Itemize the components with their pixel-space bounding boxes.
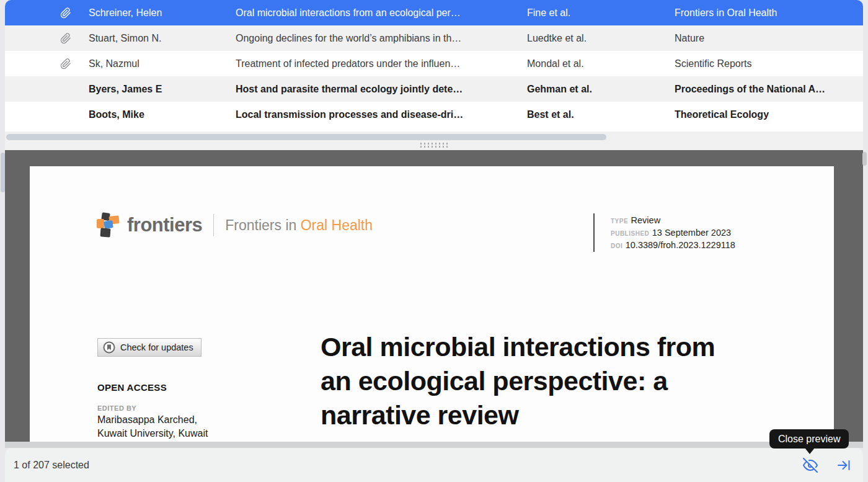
meta-doi: DOI 10.3389/froh.2023.1229118 (611, 239, 735, 252)
journal-cell: Nature (675, 33, 863, 44)
title-cell: Oral microbial interactions from an ecol… (236, 7, 527, 19)
author-cell: Schreiner, Helen (89, 7, 236, 19)
frontiers-logo: frontiers Frontiers in Oral Health (96, 212, 373, 238)
paperclip-icon (60, 33, 71, 44)
close-preview-tooltip: Close preview (769, 429, 849, 449)
author-cell: Stuart, Simon N. (89, 33, 236, 44)
close-preview-button[interactable] (802, 457, 818, 473)
journal-cell: Scientific Reports (675, 58, 863, 69)
meta-published: PUBLISHED 13 September 2023 (611, 227, 735, 239)
title-cell: Ongoing declines for the world’s amphibi… (236, 33, 527, 44)
pdf-preview-pane: frontiers Frontiers in Oral Health TYPE … (5, 150, 863, 448)
eye-off-icon (803, 458, 818, 473)
tooltip-caret (805, 448, 815, 454)
table-row[interactable]: Sk, Nazmul Treatment of infected predato… (5, 51, 863, 76)
table-row[interactable]: Schreiner, Helen Oral microbial interact… (5, 0, 863, 25)
meta-type: TYPE Review (611, 215, 735, 227)
author-cell: Sk, Nazmul (89, 58, 236, 69)
author-cell: Byers, James E (89, 84, 236, 95)
journal-cell: Frontiers in Oral Health (675, 7, 863, 19)
arrow-to-bar-icon (836, 458, 851, 473)
title-cell: Local transmission processes and disease… (236, 109, 527, 120)
open-access-label: OPEN ACCESS (97, 382, 167, 393)
horizontal-scrollbar-thumb[interactable] (6, 134, 606, 140)
check-for-updates-button[interactable]: Check for updates (97, 338, 202, 357)
journal-cell: Proceedings of the National A… (675, 84, 863, 95)
article-title: Oral microbial interactions from an ecol… (321, 330, 715, 432)
table-scroll-area (5, 132, 863, 150)
tooltip-label: Close preview (778, 434, 840, 445)
journal-cell: Theoretical Ecology (675, 109, 863, 120)
edited-by-label: EDITED BY (97, 404, 136, 412)
journal-name: Frontiers in Oral Health (225, 217, 373, 234)
attachment-cell (5, 33, 89, 44)
citation-cell: Mondal et al. (527, 58, 675, 69)
preview-vertical-scrollbar-thumb[interactable] (862, 152, 867, 166)
title-cell: Host and parasite thermal ecology jointl… (236, 84, 527, 95)
editor-affiliation: Kuwait University, Kuwait (97, 428, 208, 439)
open-details-panel-button[interactable] (836, 457, 852, 473)
left-vertical-scrollbar-thumb[interactable] (1, 153, 5, 192)
citation-cell: Gehman et al. (527, 84, 675, 95)
pdf-page: frontiers Frontiers in Oral Health TYPE … (30, 166, 834, 442)
table-row[interactable]: Boots, Mike Local transmission processes… (5, 102, 863, 127)
crossmark-icon (103, 341, 115, 354)
selection-count: 1 of 207 selected (14, 460, 89, 471)
paperclip-icon (60, 58, 71, 69)
reference-manager-window: Schreiner, Helen Oral microbial interact… (0, 0, 868, 482)
preview-horizontal-scrollbar-track[interactable] (5, 442, 863, 448)
citation-cell: Luedtke et al. (527, 33, 675, 44)
paperclip-icon (60, 7, 71, 19)
check-for-updates-label: Check for updates (120, 342, 193, 352)
attachment-cell (5, 7, 89, 19)
citation-cell: Best et al. (527, 109, 675, 120)
publisher-wordmark: frontiers (127, 214, 202, 236)
attachment-cell (5, 58, 89, 69)
editor-name: Maribasappa Karched, (97, 414, 197, 426)
article-meta: TYPE Review PUBLISHED 13 September 2023 … (593, 213, 735, 252)
frontiers-logo-icon (96, 212, 121, 238)
title-cell: Treatment of infected predators under th… (236, 58, 527, 69)
reference-table: Schreiner, Helen Oral microbial interact… (5, 0, 863, 132)
citation-cell: Fine et al. (527, 7, 675, 19)
author-cell: Boots, Mike (89, 109, 236, 120)
table-row[interactable]: Byers, James E Host and parasite thermal… (5, 76, 863, 102)
status-bar: 1 of 207 selected (5, 448, 863, 482)
table-row[interactable]: Stuart, Simon N. Ongoing declines for th… (5, 25, 863, 51)
logo-divider (213, 214, 214, 236)
pane-resize-handle[interactable] (419, 142, 449, 148)
